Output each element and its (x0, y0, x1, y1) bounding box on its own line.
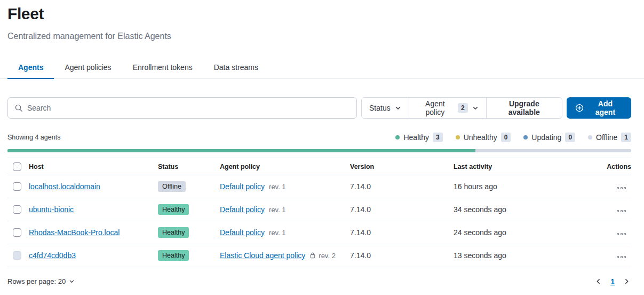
row-actions-button[interactable] (615, 231, 628, 237)
legend-item-updating: Updating 0 (523, 133, 575, 142)
select-all-checkbox[interactable] (13, 162, 21, 171)
legend-count-badge: 0 (501, 133, 511, 142)
page-subtitle: Centralized management for Elastic Agent… (7, 30, 631, 43)
column-header-status: Status (158, 158, 220, 175)
tab-agents[interactable]: Agents (7, 57, 54, 79)
tab-enrollment-tokens[interactable]: Enrollment tokens (122, 57, 203, 79)
host-link[interactable]: c4fd74cd0db3 (29, 251, 76, 260)
version-cell: 7.14.0 (350, 244, 454, 267)
version-cell: 7.14.0 (350, 175, 454, 198)
version-cell: 7.14.0 (350, 198, 454, 221)
legend-item-healthy: Healthy 3 (395, 133, 442, 142)
chevron-down-icon (395, 105, 401, 111)
search-box (7, 97, 357, 119)
version-cell: 7.14.0 (350, 221, 454, 244)
status-badge: Offline (158, 181, 186, 192)
policy-revision: rev. 1 (269, 183, 286, 191)
rows-per-page-button[interactable]: Rows per page: 20 (7, 277, 75, 285)
legend-item-unhealthy: Unhealthy 0 (456, 133, 511, 142)
filter-group: Status Agent policy 2 Upgrade available (361, 97, 562, 119)
summary-row: Showing 4 agents Healthy 3 Unhealthy 0 U… (7, 133, 631, 142)
last-activity-cell: 13 seconds ago (454, 244, 590, 267)
host-link[interactable]: localhost.localdomain (29, 182, 100, 191)
offline-dot-icon (588, 135, 592, 139)
legend-item-offline: Offline 1 (588, 133, 631, 142)
fleet-page: Fleet Centralized management for Elastic… (0, 0, 644, 295)
search-icon (14, 104, 23, 112)
agent-policy-link[interactable]: Default policy (220, 228, 265, 237)
host-link[interactable]: ubuntu-bionic (29, 205, 74, 214)
next-page-button[interactable] (622, 277, 631, 286)
table-row: c4fd74cd0db3 Healthy Elastic Cloud agent… (7, 244, 631, 267)
previous-page-button[interactable] (594, 277, 603, 286)
search-input[interactable] (27, 104, 350, 112)
rows-per-page-label: Rows per page: 20 (7, 277, 66, 285)
agent-health-bar (7, 149, 631, 152)
last-activity-cell: 34 seconds ago (454, 198, 590, 221)
last-activity-cell: 24 seconds ago (454, 221, 590, 244)
last-activity-cell: 16 hours ago (454, 175, 590, 198)
updating-dot-icon (523, 135, 528, 139)
row-checkbox[interactable] (13, 228, 21, 237)
row-actions-button[interactable] (615, 254, 628, 260)
health-bar-healthy-segment (7, 149, 475, 152)
status-filter-button[interactable]: Status (362, 98, 409, 118)
row-actions-button[interactable] (615, 185, 628, 191)
column-header-agent-policy: Agent policy (220, 158, 350, 175)
agent-count-text: Showing 4 agents (7, 134, 60, 141)
agent-policy-filter-label: Agent policy (417, 99, 454, 117)
row-checkbox[interactable] (13, 205, 21, 214)
row-actions-button[interactable] (615, 208, 628, 214)
table-header-row: Host Status Agent policy Version Last ac… (7, 158, 631, 175)
add-agent-button[interactable]: Add agent (567, 97, 631, 119)
main-content: Status Agent policy 2 Upgrade available (0, 97, 644, 286)
agent-policy-link[interactable]: Elastic Cloud agent policy (220, 251, 305, 260)
plus-in-circle-icon (575, 104, 584, 112)
status-legend: Healthy 3 Unhealthy 0 Updating 0 Offline… (395, 133, 631, 142)
status-badge: Healthy (158, 204, 189, 215)
column-header-last-activity: Last activity (454, 158, 590, 175)
chevron-down-icon (69, 278, 75, 284)
legend-label: Healthy (403, 133, 428, 142)
legend-label: Unhealthy (464, 133, 497, 142)
status-badge: Healthy (158, 227, 189, 238)
toolbar: Status Agent policy 2 Upgrade available (7, 97, 631, 119)
agent-policy-filter-count-badge: 2 (458, 103, 468, 113)
page-number-button[interactable]: 1 (610, 277, 615, 286)
upgrade-available-filter-button[interactable]: Upgrade available (487, 98, 562, 118)
legend-count-badge: 1 (621, 133, 631, 142)
pagination: 1 (594, 277, 631, 286)
status-filter-label: Status (369, 104, 391, 112)
policy-revision: rev. 1 (269, 206, 286, 214)
policy-revision: rev. 2 (319, 252, 336, 260)
legend-label: Offline (596, 133, 617, 142)
table-footer: Rows per page: 20 1 (7, 277, 631, 286)
agents-table: Host Status Agent policy Version Last ac… (7, 158, 631, 267)
status-badge: Healthy (158, 250, 189, 261)
add-agent-label: Add agent (588, 99, 623, 117)
legend-label: Updating (531, 133, 561, 142)
tab-agent-policies[interactable]: Agent policies (54, 57, 122, 79)
policy-revision: rev. 1 (269, 229, 286, 237)
agent-policy-link[interactable]: Default policy (220, 205, 265, 214)
tab-data-streams[interactable]: Data streams (203, 57, 269, 79)
legend-count-badge: 3 (433, 133, 443, 142)
table-row: ubuntu-bionic Healthy Default policyrev.… (7, 198, 631, 221)
column-header-version: Version (350, 158, 454, 175)
healthy-dot-icon (395, 135, 400, 139)
page-title: Fleet (7, 3, 631, 25)
column-header-actions: Actions (590, 158, 631, 175)
host-link[interactable]: Rhodas-MacBook-Pro.local (29, 228, 120, 237)
legend-count-badge: 0 (565, 133, 575, 142)
tab-bar: Agents Agent policies Enrollment tokens … (7, 57, 631, 79)
agent-policy-filter-button[interactable]: Agent policy 2 (409, 98, 487, 118)
unhealthy-dot-icon (456, 135, 460, 139)
chevron-down-icon (472, 105, 479, 111)
table-row: localhost.localdomain Offline Default po… (7, 175, 631, 198)
health-bar-offline-segment (475, 149, 631, 152)
row-checkbox-disabled (13, 251, 21, 260)
row-checkbox[interactable] (13, 182, 21, 191)
column-header-host: Host (29, 158, 158, 175)
agent-policy-link[interactable]: Default policy (220, 182, 265, 191)
lock-icon (309, 252, 316, 259)
